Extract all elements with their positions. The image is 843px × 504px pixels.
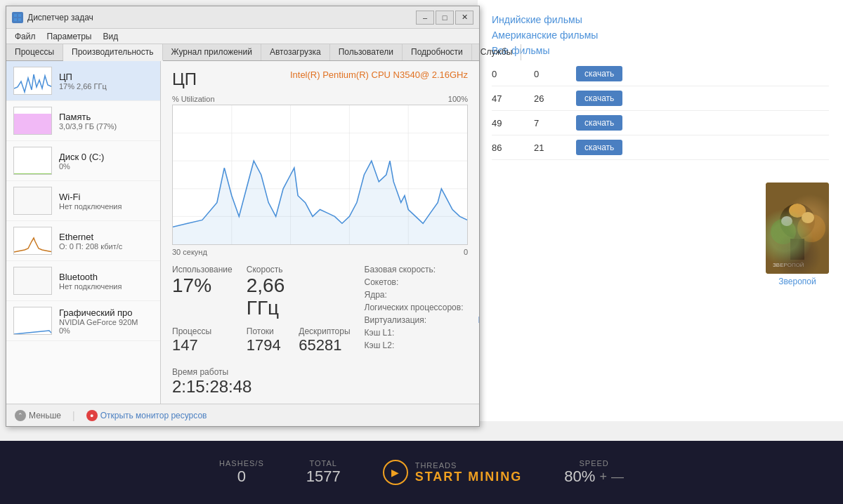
detail-panel: ЦП Intel(R) Pentium(R) CPU N3540@ 2.16GH…	[161, 61, 479, 404]
task-manager-window: Диспетчер задач – □ ✕ Файл Параметры Вид…	[6, 6, 480, 427]
usage-stat: Использование 17%	[172, 265, 233, 319]
stat-row-logical: Логических процессоров: 4	[365, 303, 479, 312]
tab-startup[interactable]: Автозагрузка	[261, 44, 330, 60]
sidebar-item-bluetooth[interactable]: Bluetooth Нет подключения	[6, 261, 160, 301]
chart-max-label: 100%	[448, 95, 468, 103]
bluetooth-subtitle: Нет подключения	[59, 282, 153, 291]
tab-users[interactable]: Пользователи	[330, 44, 403, 60]
svg-rect-11	[14, 18, 17, 21]
tab-processes[interactable]: Процессы	[6, 44, 63, 60]
time-end-label: 0	[464, 248, 468, 256]
chart-labels: % Utilization 100%	[172, 95, 468, 103]
descriptors-label: Дескрипторы	[299, 326, 350, 336]
speed-plus-button[interactable]: +	[599, 470, 607, 484]
virtualization-value: В...	[478, 315, 480, 325]
menu-view[interactable]: Вид	[97, 29, 124, 44]
disk-info: Диск 0 (C:) 0%	[59, 152, 153, 171]
tab-services[interactable]: Службы	[472, 44, 521, 60]
sidebar-item-ethernet[interactable]: Ethernet О: 0 П: 208 кбит/с	[6, 221, 160, 261]
cpu-chart	[172, 105, 468, 245]
chart-time-labels: 30 секунд 0	[172, 248, 468, 256]
sidebar-item-memory[interactable]: Память 3,0/3,9 ГБ (77%)	[6, 101, 160, 141]
time-start-label: 30 секунд	[172, 248, 207, 256]
speed-label: Скорость	[247, 265, 285, 274]
movie-poster: ЗВЕРОПОЙ	[766, 183, 829, 274]
mining-bar: HASHES/S 0 TOTAL 1577 ▶ THREADS START MI…	[0, 441, 843, 504]
processes-label: Процессы	[172, 326, 233, 336]
menu-parameters[interactable]: Параметры	[41, 29, 98, 44]
tab-details[interactable]: Подробности	[403, 44, 472, 60]
stat-row-sockets: Сокетов: 1	[365, 277, 479, 287]
website-link-3[interactable]: Все фильмы	[492, 45, 829, 56]
speed-minus-button[interactable]: —	[611, 470, 624, 484]
website-right-panel: Индийские фильмы Американские фильмы Все…	[478, 0, 843, 421]
wifi-thumbnail	[13, 187, 52, 215]
processes-stat: Процессы 147	[172, 326, 233, 354]
maximize-button[interactable]: □	[436, 11, 454, 25]
svg-point-5	[789, 204, 806, 218]
cpu-model: Intel(R) Pentium(R) CPU N3540@ 2.16GHz	[290, 69, 468, 80]
tab-bar: Процессы Производительность Журнал прило…	[6, 44, 479, 61]
gpu-title: Графический про	[59, 307, 153, 318]
sidebar: ЦП 17% 2,66 ГГц Память 3,0/3,9 ГБ (77%)	[6, 61, 161, 404]
website-link-2[interactable]: Американские фильмы	[492, 29, 829, 41]
monitor-link[interactable]: ● Открыть монитор ресурсов	[86, 410, 207, 421]
tab-app-history[interactable]: Журнал приложений	[163, 44, 261, 60]
l1-label: Кэш L1:	[365, 328, 395, 338]
website-link-1[interactable]: Индийские фильмы	[492, 14, 829, 25]
stat-row-base-speed: Базовая скорость: 2...	[365, 265, 479, 274]
start-mining-button[interactable]: ▶ THREADS START MINING	[383, 460, 523, 485]
threads-label: Потоки	[247, 326, 285, 336]
svg-rect-4	[790, 239, 804, 260]
sidebar-item-cpu[interactable]: ЦП 17% 2,66 ГГц	[6, 61, 160, 101]
movie-title[interactable]: Зверопой	[778, 277, 816, 286]
stats-right: Базовая скорость: 2... Сокетов: 1 Ядра: …	[365, 265, 479, 397]
start-label: START MINING	[415, 470, 523, 484]
threads-value: 1794	[247, 336, 285, 354]
menu-bar: Файл Параметры Вид	[6, 29, 479, 44]
window-controls: – □ ✕	[416, 11, 473, 25]
play-icon: ▶	[383, 460, 408, 485]
download-btn-4[interactable]: скачать	[576, 140, 622, 155]
svg-point-3	[797, 214, 825, 242]
speed-controls: 80% + —	[564, 467, 624, 486]
wifi-info: Wi-Fi Нет подключения	[59, 192, 153, 211]
website-row-1: 0 0 скачать	[492, 62, 829, 86]
svg-rect-10	[18, 14, 21, 17]
sidebar-item-wifi[interactable]: Wi-Fi Нет подключения	[6, 181, 160, 221]
sidebar-item-gpu[interactable]: Графический про NVIDIA GeForce 920M0%	[6, 301, 160, 341]
gpu-thumbnail	[13, 307, 52, 335]
wifi-subtitle: Нет подключения	[59, 202, 153, 211]
svg-text:ЗВЕРОПОЙ: ЗВЕРОПОЙ	[773, 262, 804, 268]
less-button[interactable]: ⌃ Меньше	[15, 410, 61, 421]
tab-performance[interactable]: Производительность	[63, 44, 162, 61]
menu-file[interactable]: Файл	[9, 29, 41, 44]
main-stats: Использование 17% Скорость 2,66 ГГц Проц…	[172, 265, 351, 354]
memory-info: Память 3,0/3,9 ГБ (77%)	[59, 112, 153, 131]
monitor-label: Открыть монитор ресурсов	[100, 411, 207, 420]
svg-rect-16	[14, 267, 52, 295]
ethernet-subtitle: О: 0 П: 208 кбит/с	[59, 242, 153, 251]
website-row-4: 86 21 скачать	[492, 135, 829, 160]
download-btn-1[interactable]: скачать	[576, 66, 622, 81]
ethernet-title: Ethernet	[59, 232, 153, 242]
wifi-title: Wi-Fi	[59, 192, 153, 202]
stat-row-l2: Кэш L2: 2...	[365, 340, 479, 350]
download-btn-3[interactable]: скачать	[576, 115, 622, 131]
svg-rect-14	[14, 187, 52, 215]
processes-value: 147	[172, 336, 233, 354]
app-icon	[12, 12, 23, 23]
movie-section: ЗВЕРОПОЙ Зверопой	[766, 183, 829, 286]
sidebar-item-disk[interactable]: Диск 0 (C:) 0%	[6, 141, 160, 181]
hashes-stat: HASHES/S 0	[219, 459, 264, 486]
disk-title: Диск 0 (C:)	[59, 152, 153, 162]
l2-label: Кэш L2:	[365, 340, 395, 350]
minimize-button[interactable]: –	[416, 11, 434, 25]
cores-label: Ядра:	[365, 290, 387, 300]
close-button[interactable]: ✕	[455, 11, 473, 25]
cpu-title: ЦП	[59, 72, 153, 82]
speed-value: 2,66 ГГц	[247, 274, 285, 319]
bluetooth-thumbnail	[13, 267, 52, 295]
download-btn-2[interactable]: скачать	[576, 91, 622, 106]
threads-stat: Потоки 1794	[247, 326, 285, 354]
